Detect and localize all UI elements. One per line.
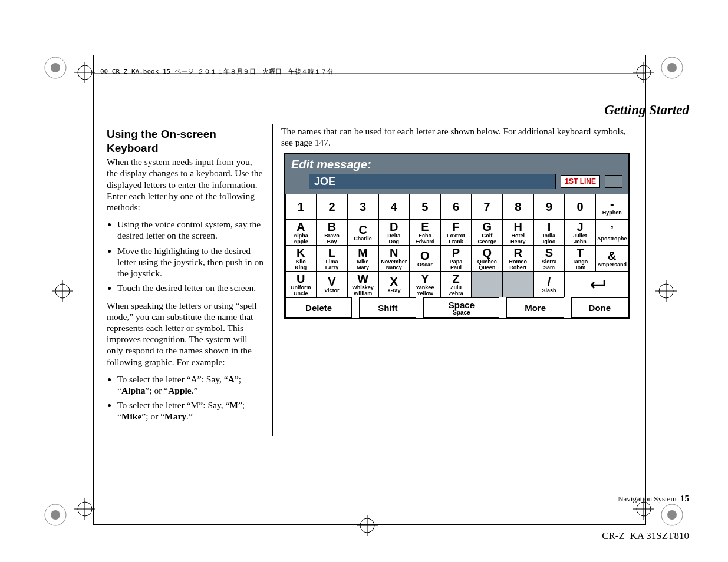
crosshair-icon [655,280,677,302]
right-column: The names that can be used for each lett… [281,126,635,148]
key-j[interactable]: JJulietJohn [565,220,596,246]
key-2[interactable]: 2 [317,194,348,220]
svg-point-1 [51,63,60,72]
key-/[interactable]: /Slash [533,272,565,297]
key-5[interactable]: 5 [410,194,441,220]
key-0[interactable]: 0 [565,194,596,220]
svg-point-3 [667,63,677,72]
key-blank [502,272,533,297]
page-footer: Navigation System 15 [618,494,689,504]
chapter-title: Getting Started [604,103,689,118]
key-y[interactable]: YYankeeYellow [410,272,441,297]
shift-key[interactable]: Shift [359,297,416,318]
keyboard-title: Edit message: [291,158,371,171]
key-4[interactable]: 4 [378,194,410,220]
enter-key[interactable] [565,272,628,297]
key-6[interactable]: 6 [440,194,472,220]
key-1[interactable]: 1 [285,194,317,220]
column-separator [272,124,273,436]
key-7[interactable]: 7 [472,194,503,220]
delete-key[interactable]: Delete [285,297,352,318]
svg-point-5 [51,510,60,520]
key-c[interactable]: CCharlie [347,220,378,246]
key-e[interactable]: EEchoEdward [410,220,441,246]
regmark-icon [660,56,684,80]
regmark-icon [44,56,67,80]
keyboard-spacer [605,175,622,188]
section-heading: Using the On-screen Keyboard [107,127,265,155]
key-z[interactable]: ZZuluZebra [440,272,472,297]
crosshair-icon [74,62,95,83]
space-key[interactable]: SpaceSpace [423,297,499,318]
onscreen-keyboard: Edit message: JOE_ 1ST LINE 1234567890-H… [284,153,630,319]
key-f[interactable]: FFoxtrotFrank [440,220,472,246]
done-key[interactable]: Done [571,297,628,318]
key-&[interactable]: &Ampersand [595,246,628,272]
key-d[interactable]: DDeltaDog [378,220,410,246]
svg-point-7 [667,510,677,520]
line-badge: 1ST LINE [561,175,600,188]
key-b[interactable]: BBravoBoy [317,220,348,246]
key-blank [472,272,503,297]
key-3[interactable]: 3 [347,194,378,220]
more-key[interactable]: More [506,297,564,318]
key-w[interactable]: WWhiskeyWilliam [347,272,378,297]
enter-icon [587,279,607,290]
key-l[interactable]: LLimaLarry [317,246,348,272]
key-k[interactable]: KKiloKing [285,246,317,272]
key-9[interactable]: 9 [533,194,565,220]
key-u[interactable]: UUniformUncle [285,272,317,297]
key-g[interactable]: GGolfGeorge [472,220,503,246]
doc-code: CR-Z_KA 31SZT810 [602,530,689,542]
key-p[interactable]: PPapaPaul [440,246,472,272]
spellmode-paragraph: When speaking the letters or using “spel… [107,300,265,368]
keyboard-input[interactable]: JOE_ [309,174,556,189]
method-bullet: Using the voice control system, say the … [117,219,265,241]
book-header: 00 CR-Z_KA.book 15 ページ ２０１１年８月９日 火曜日 午後４… [100,67,334,76]
key-8[interactable]: 8 [502,194,533,220]
example-bullet: To select the letter “M”: Say, “M”; “Mik… [117,399,265,422]
key-r[interactable]: RRomeoRobert [502,246,533,272]
key-m[interactable]: MMikeMary [347,246,378,272]
regmark-icon [44,503,67,527]
crosshair-icon [52,280,73,302]
regmark-icon [660,503,684,527]
key-q[interactable]: QQuebecQueen [472,246,503,272]
key-i[interactable]: IIndiaIgloo [533,220,565,246]
key-h[interactable]: HHotelHenry [502,220,533,246]
key-t[interactable]: TTangoTom [565,246,596,272]
key-v[interactable]: VVictor [317,272,348,297]
crosshair-icon [74,498,95,520]
top-divider [93,118,646,118]
example-bullet: To select the letter “A”: Say, “A”; “Alp… [117,373,265,396]
method-bullet: Touch the desired letter on the screen. [117,282,265,293]
key--[interactable]: -Hyphen [595,194,628,220]
intro-paragraph: When the system needs input from you, th… [107,156,265,213]
key-’[interactable]: ’Apostrophe [595,220,628,246]
method-bullet: Move the highlighting to the desired let… [117,245,265,279]
key-a[interactable]: AAlphaApple [285,220,317,246]
keyboard-grid: 1234567890-Hyphen AAlphaAppleBBravoBoyCC… [285,194,628,318]
left-column: Using the On-screen Keyboard When the sy… [107,127,265,428]
right-intro: The names that can be used for each lett… [281,126,635,148]
key-s[interactable]: SSierraSam [533,246,565,272]
key-o[interactable]: OOscar [410,246,441,272]
key-n[interactable]: NNovemberNancy [378,246,410,272]
key-x[interactable]: XX-ray [378,272,410,297]
